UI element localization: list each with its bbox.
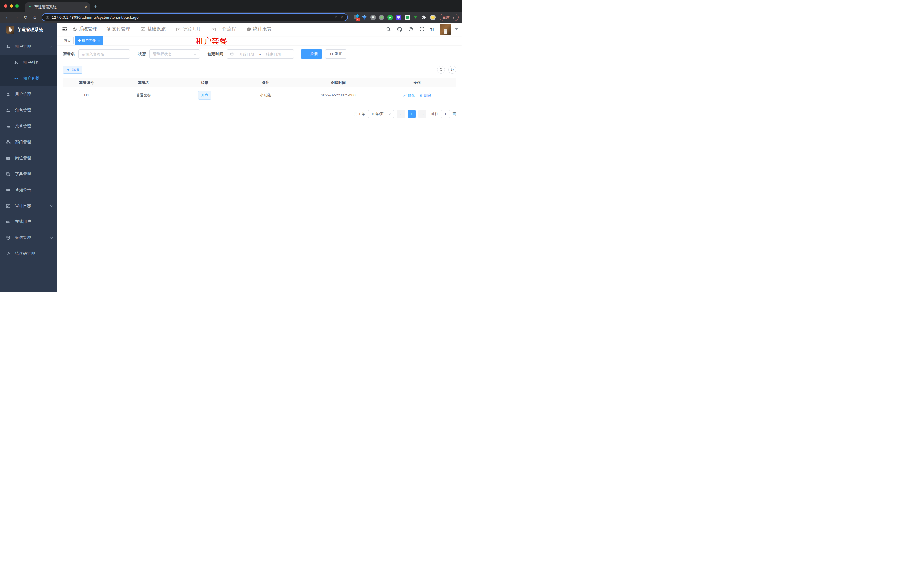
top-nav-system-management[interactable]: 系统管理 <box>72 26 97 32</box>
cell-package-name: 普通套餐 <box>110 93 177 98</box>
sidebar-item-label: 部门管理 <box>15 140 53 145</box>
package-name-input[interactable] <box>78 49 130 59</box>
tab-close-icon[interactable]: × <box>85 5 87 9</box>
extension-y-icon[interactable]: y <box>387 15 393 20</box>
extension-record-icon[interactable] <box>379 15 384 20</box>
top-nav-statistics-report[interactable]: 统计报表 <box>246 26 271 32</box>
url-text[interactable]: 127.0.0.1:48080/admin-ui/system/tenant/p… <box>52 15 332 20</box>
audit-log-icon <box>6 204 10 209</box>
status-placeholder: 请选择状态 <box>153 51 172 57</box>
sidebar-item-label: 岗位管理 <box>15 156 53 161</box>
share-icon[interactable] <box>334 15 338 20</box>
sidebar-item-online-users[interactable]: 在线用户 <box>0 214 57 230</box>
next-page-button[interactable]: → <box>419 110 426 118</box>
search-button[interactable]: 搜索 <box>301 49 322 59</box>
goto-page-input[interactable] <box>441 110 450 118</box>
user-icon <box>6 92 10 97</box>
create-time-range-picker[interactable]: - <box>227 49 294 59</box>
chrome-update-button[interactable]: 更新 ⋮ <box>439 14 459 21</box>
prev-page-button[interactable]: ← <box>397 110 405 118</box>
start-date-input[interactable] <box>236 50 257 58</box>
briefcase-icon <box>176 27 181 32</box>
dashboard-icon <box>246 27 251 32</box>
minimize-window-button[interactable] <box>10 4 13 8</box>
fullscreen-icon[interactable] <box>419 26 425 32</box>
home-icon[interactable]: ⌂ <box>31 13 39 21</box>
gem-shape <box>363 15 367 20</box>
code-icon <box>6 251 10 256</box>
extension-badge: 10 <box>356 18 360 21</box>
browser-tab[interactable]: 芋道管理系统 × <box>25 2 90 12</box>
extension-tiles-icon[interactable]: 10 <box>353 15 359 20</box>
search-toggle-button[interactable] <box>437 66 445 74</box>
pencil-icon <box>403 93 407 97</box>
goto-label: 前往 <box>431 112 438 117</box>
edit-link[interactable]: 修改 <box>403 93 415 98</box>
zoom-window-button[interactable] <box>15 4 19 8</box>
status-badge[interactable]: 开启 <box>198 91 211 100</box>
extension-gem-icon[interactable] <box>361 15 367 20</box>
tag-close-icon[interactable]: × <box>98 38 100 43</box>
sidebar-item-post-management[interactable]: 岗位管理 <box>0 150 57 166</box>
tree-list-icon <box>6 124 10 129</box>
browser-menu-dots-icon[interactable]: ⋮ <box>452 15 456 20</box>
page-size-select[interactable]: 10条/页 <box>368 110 394 118</box>
refresh-button[interactable]: ↻ <box>448 66 456 74</box>
back-icon[interactable]: ← <box>3 13 12 21</box>
tag-tenant-package-active[interactable]: 租户套餐 × <box>75 36 103 44</box>
end-date-input[interactable] <box>263 50 284 58</box>
sidebar-item-audit-log[interactable]: 审计日志 <box>0 198 57 214</box>
table-tools: ↻ <box>437 66 456 74</box>
status-select[interactable]: 请选择状态 <box>149 49 200 59</box>
bookmark-star-icon[interactable]: ☆ <box>340 15 344 20</box>
sidebar-item-role-management[interactable]: 角色管理 <box>0 102 57 118</box>
update-label: 更新 <box>442 15 450 20</box>
top-nav-workflow[interactable]: 工作流程 <box>211 26 236 32</box>
app-navbar: 系统管理 ¥ 支付管理 基础设施 研发工具 <box>57 23 462 36</box>
extension-command-icon[interactable]: ⌘ <box>370 15 376 20</box>
new-tab-button[interactable]: + <box>94 3 97 10</box>
extension-star-icon[interactable]: ✶ <box>413 15 419 20</box>
sidebar-item-error-code-management[interactable]: 错误码管理 <box>0 246 57 262</box>
browser-profile-avatar[interactable] <box>430 15 436 20</box>
sidebar-item-user-management[interactable]: 用户管理 <box>0 86 57 102</box>
sidebar-item-tenant-list[interactable]: 租户列表 <box>0 54 57 71</box>
refresh-icon: ↻ <box>450 67 454 72</box>
sidebar-collapse-icon[interactable] <box>62 26 68 32</box>
sidebar-item-tenant-management[interactable]: 租户管理 <box>0 39 57 54</box>
extensions-puzzle-icon[interactable] <box>421 15 427 20</box>
cell-package-id: 111 <box>63 93 110 97</box>
close-window-button[interactable] <box>4 4 7 8</box>
help-icon[interactable] <box>408 26 414 32</box>
site-info-icon[interactable] <box>46 15 50 19</box>
reload-icon[interactable]: ↻ <box>21 13 30 21</box>
logo-row[interactable]: 芋道管理系统 <box>0 23 57 36</box>
glasses-icon <box>14 76 19 81</box>
font-size-icon[interactable]: TT <box>431 27 434 31</box>
shield-check-icon <box>6 235 10 240</box>
delete-link[interactable]: 删除 <box>419 93 431 98</box>
sidebar-item-department-management[interactable]: 部门管理 <box>0 134 57 150</box>
sidebar-item-sms-management[interactable]: 短信管理 <box>0 230 57 246</box>
sidebar-item-menu-management[interactable]: 菜单管理 <box>0 118 57 134</box>
extension-chat-icon[interactable] <box>404 15 410 20</box>
top-nav-infrastructure[interactable]: 基础设施 <box>140 26 165 32</box>
user-avatar[interactable] <box>440 24 451 35</box>
sidebar-item-notice-announcement[interactable]: 通知公告 <box>0 182 57 198</box>
tag-home[interactable]: 首页 <box>61 37 74 44</box>
address-bar[interactable]: 127.0.0.1:48080/admin-ui/system/tenant/p… <box>41 13 348 21</box>
sidebar-item-label: 菜单管理 <box>15 124 53 129</box>
github-icon[interactable] <box>397 26 403 32</box>
packages-table: 套餐编号 套餐名 状态 备注 创建时间 操作 111 普通套餐 开启 小功能 2… <box>63 78 456 103</box>
sidebar-item-tenant-package[interactable]: 租户套餐 <box>0 71 57 86</box>
sidebar-item-dict-management[interactable]: 字典管理 <box>0 166 57 182</box>
forward-icon[interactable]: → <box>13 13 20 21</box>
search-icon[interactable] <box>386 26 391 32</box>
reset-button[interactable]: ↻ 重置 <box>325 49 346 59</box>
avatar-caret-down-icon[interactable] <box>455 28 458 30</box>
top-nav-payment-management[interactable]: ¥ 支付管理 <box>107 26 130 33</box>
current-page-button[interactable]: 1 <box>408 110 416 118</box>
top-nav-dev-tools[interactable]: 研发工具 <box>176 26 201 32</box>
extension-shield-icon[interactable] <box>396 15 401 20</box>
add-button[interactable]: 新增 <box>63 66 82 74</box>
